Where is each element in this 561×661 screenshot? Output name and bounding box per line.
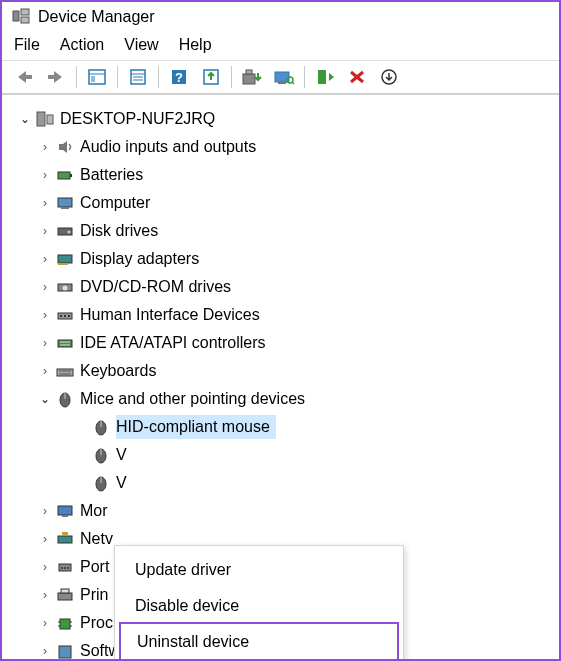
svg-rect-44 [57,369,73,376]
svg-rect-63 [58,593,72,600]
monitor-icon [54,501,76,521]
svg-rect-70 [59,646,71,658]
chevron-right-icon[interactable]: › [38,278,52,296]
uninstall-button[interactable] [237,64,267,90]
svg-rect-65 [60,619,70,629]
svg-rect-56 [62,515,68,517]
tree-label: Mice and other pointing devices [80,387,305,411]
svg-rect-16 [246,70,252,74]
menu-bar: File Action View Help [2,32,559,61]
tree-label: HID-compliant mouse [116,415,276,439]
svg-rect-41 [58,340,72,347]
dvd-icon [54,277,76,297]
tree-label: Proc [80,611,113,635]
svg-rect-33 [58,255,72,263]
svg-rect-34 [58,263,68,265]
tree-label: Human Interface Devices [80,303,260,327]
help-button[interactable]: ? [164,64,194,90]
back-button[interactable] [9,64,39,90]
title-bar: Device Manager [2,2,559,32]
chevron-right-icon[interactable]: › [38,306,52,324]
chevron-right-icon[interactable]: › [38,558,52,576]
svg-rect-4 [48,75,55,79]
tree-label: Batteries [80,163,143,187]
ctx-uninstall-device[interactable]: Uninstall device [119,622,399,661]
svg-point-36 [63,286,68,291]
scan-hardware-button[interactable] [269,64,299,90]
update-driver-button[interactable] [196,64,226,90]
chevron-right-icon[interactable]: › [38,502,52,520]
svg-rect-39 [64,315,66,317]
pc-icon [54,193,76,213]
forward-button[interactable] [41,64,71,90]
tree-item-mice[interactable]: ⌄ Mice and other pointing devices [8,385,555,413]
chevron-right-icon[interactable]: › [38,138,52,156]
chevron-right-icon[interactable]: › [38,166,52,184]
mouse-icon [90,417,112,437]
tree-root[interactable]: ⌄ DESKTOP-NUF2JRQ [8,105,555,133]
tree-item-batteries[interactable]: › Batteries [8,161,555,189]
tree-label: Prin [80,583,108,607]
tree-item-disk[interactable]: › Disk drives [8,217,555,245]
chevron-right-icon[interactable]: › [38,222,52,240]
chevron-right-icon[interactable]: › [38,530,52,548]
tree-item-dvd[interactable]: › DVD/CD-ROM drives [8,273,555,301]
show-hidden-button[interactable] [82,64,112,90]
svg-rect-58 [62,532,68,536]
svg-rect-21 [318,70,326,84]
svg-rect-25 [37,112,45,126]
toolbar-separator [117,66,118,88]
mouse-icon [90,473,112,493]
svg-rect-2 [21,17,29,23]
chevron-down-icon[interactable]: ⌄ [38,390,52,408]
menu-file[interactable]: File [14,36,40,54]
chevron-right-icon[interactable]: › [38,194,52,212]
tree-label: V [116,471,127,495]
ctx-disable-device[interactable]: Disable device [115,588,403,624]
svg-rect-30 [61,207,69,209]
tree-item-hid-mouse[interactable]: HID-compliant mouse [8,413,555,441]
svg-text:?: ? [175,70,183,85]
enable-button[interactable] [310,64,340,90]
ctx-update-driver[interactable]: Update driver [115,552,403,588]
chevron-right-icon[interactable]: › [38,614,52,632]
toolbar: ? [2,61,559,95]
context-menu: Update driver Disable device Uninstall d… [114,545,404,661]
chevron-right-icon[interactable]: › [38,586,52,604]
tree-item-hid[interactable]: › Human Interface Devices [8,301,555,329]
properties-button[interactable] [123,64,153,90]
toolbar-separator [304,66,305,88]
tree-label: Netv [80,527,113,551]
svg-rect-29 [58,198,72,207]
tree-item-monitors[interactable]: › Mor [8,497,555,525]
tree-label: Computer [80,191,150,215]
svg-point-62 [67,567,69,569]
svg-rect-40 [68,315,70,317]
svg-rect-0 [13,11,19,21]
mouse-icon [54,389,76,409]
tree-item-mouse-3[interactable]: V [8,469,555,497]
chevron-right-icon[interactable]: › [38,334,52,352]
network-icon [54,529,76,549]
hid-icon [54,305,76,325]
chevron-right-icon[interactable]: › [38,642,52,660]
menu-help[interactable]: Help [179,36,212,54]
chevron-right-icon[interactable]: › [38,250,52,268]
chevron-right-icon[interactable]: › [38,362,52,380]
toolbar-separator [231,66,232,88]
chevron-down-icon[interactable]: ⌄ [18,110,32,128]
disable-button[interactable] [342,64,372,90]
display-adapter-icon [54,249,76,269]
tree-item-audio[interactable]: › Audio inputs and outputs [8,133,555,161]
tree-item-computer[interactable]: › Computer [8,189,555,217]
tree-item-display[interactable]: › Display adapters [8,245,555,273]
more-button[interactable] [374,64,404,90]
tree-item-mouse-2[interactable]: V [8,441,555,469]
tree-label: Disk drives [80,219,158,243]
tree-item-keyboards[interactable]: › Keyboards [8,357,555,385]
device-manager-icon [12,8,30,26]
menu-view[interactable]: View [124,36,158,54]
menu-action[interactable]: Action [60,36,104,54]
svg-rect-57 [58,536,72,543]
tree-item-ide[interactable]: › IDE ATA/ATAPI controllers [8,329,555,357]
